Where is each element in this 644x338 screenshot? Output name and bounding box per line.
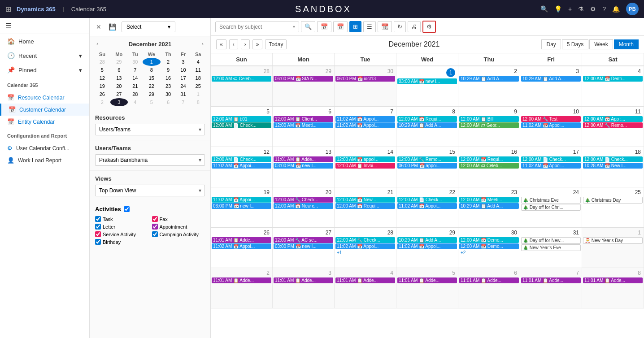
cal-event[interactable]: 03:00 PM 📅 new I...: [212, 203, 271, 209]
cal-cell[interactable]: 210:29 AM 📋 Add A...: [458, 66, 520, 106]
cal-cell[interactable]: 2112:00 AM 📅 New ...12:00 AM 📅 Requi...: [335, 187, 396, 227]
mini-cal-day[interactable]: 30: [128, 58, 143, 66]
sidebar-item-userconfig[interactable]: ⚙ User Calendar Confi...: [0, 142, 89, 154]
cal-cell[interactable]: 411:01 AM 📋 Adde...: [335, 268, 396, 308]
cal-event[interactable]: 11:02 AM 📅 Appoi...: [397, 243, 457, 249]
cal-event[interactable]: 11:02 AM 📅 Appoi...: [335, 122, 395, 128]
activity-checkbox-task[interactable]: [95, 216, 101, 222]
mini-cal-day[interactable]: 29: [143, 90, 161, 98]
mini-cal-day[interactable]: 24: [176, 82, 190, 90]
cal-event[interactable]: 12:00 AM 📅 New ...: [335, 197, 395, 203]
cal-event[interactable]: 🎄 Day off for Chri...: [521, 204, 581, 211]
cal-cell[interactable]: 711:02 AM 📅 Appoi...11:02 AM 📅 Appoi...: [335, 107, 396, 147]
add-icon[interactable]: +: [568, 5, 572, 13]
mini-cal-day[interactable]: 3: [110, 98, 128, 106]
activity-checkbox-appointment[interactable]: [152, 224, 158, 230]
cal-event[interactable]: 03:00 PM 📅 new I...: [274, 243, 333, 249]
cal-event[interactable]: 11:01 AM 📋 Adde...: [274, 156, 333, 162]
cal-event[interactable]: 12:00 AM 📅 App :...: [583, 116, 643, 122]
mini-cal-day[interactable]: 21: [128, 82, 143, 90]
cal-event[interactable]: 12:00 AM 📅 New c...: [274, 203, 333, 209]
cal-view-btn-month[interactable]: Month: [614, 39, 639, 49]
cal-event[interactable]: 06:00 PM 📅 SIA N...: [274, 76, 333, 82]
cal-event[interactable]: 10:29 AM 📋 Add A...: [397, 237, 457, 243]
mini-cal-day[interactable]: 15: [143, 74, 161, 82]
cal-event[interactable]: 03:00 PM 📅 new I...: [274, 163, 333, 169]
mini-cal-day[interactable]: 6: [161, 98, 176, 106]
app-title[interactable]: Dynamics 365: [17, 6, 56, 13]
mini-cal-day[interactable]: 5: [94, 66, 110, 74]
cal-event[interactable]: 🎅 New Year's Day: [583, 237, 643, 244]
lightbulb-icon[interactable]: 💡: [554, 5, 562, 13]
mini-cal-day[interactable]: 16: [161, 74, 176, 82]
cal-event[interactable]: 11:01 AM 📋 Adde...: [274, 277, 333, 283]
cal-event[interactable]: 12:00 AM 🔧 Test: [521, 116, 581, 122]
refresh-btn[interactable]: ↻: [394, 21, 406, 32]
cal-cell[interactable]: 1512:00 AM 🔧 Remo...06:00 PM 📅 appoi...: [396, 147, 458, 187]
cal-event[interactable]: 12:00 AM 📅 Demo...: [459, 243, 519, 249]
cal-event[interactable]: 12:00 AM 📋 Bill: [459, 116, 519, 122]
cal-cell[interactable]: 311:01 AM 📋 Adde...: [273, 268, 335, 308]
cal-cell[interactable]: 1112:00 AM 📅 App :...12:00 AM 🔧 Remo...: [582, 107, 644, 147]
cal-cell[interactable]: 912:00 AM 📋 Bill12:00 AM 🏷 Geor...: [458, 107, 520, 147]
cal-event[interactable]: 11:02 AM 📅 Appoi...: [335, 243, 395, 249]
cal-cell[interactable]: 811:01 AM 📋 Adde...: [582, 268, 644, 308]
cal-cell[interactable]: 1712:00 AM 📄 Check...11:02 AM 📅 Appoi...: [520, 147, 582, 187]
cal-view-btn-day[interactable]: Day: [541, 39, 561, 49]
cal-cell[interactable]: 103:00 AM 📅 new I...: [396, 66, 458, 106]
cal-event[interactable]: 11:01 AM 📋 Adde...: [583, 277, 643, 283]
mini-cal-day[interactable]: 3: [176, 58, 190, 66]
mini-cal-day[interactable]: 30: [161, 90, 176, 98]
cal-event[interactable]: 11:01 AM 📋 Adde...: [459, 277, 519, 283]
cal-event[interactable]: 10:29 AM 📋 Add A...: [459, 76, 519, 82]
cal-cell[interactable]: 2812:00 AM 🔧 Check...11:02 AM 📅 Appoi...…: [335, 228, 396, 268]
cal-cell[interactable]: 711:01 AM 📋 Adde...: [520, 268, 582, 308]
cal-cell[interactable]: 3006:00 PM 📅 ioct13: [335, 66, 396, 106]
nav-last[interactable]: »: [252, 39, 263, 49]
cal-cell[interactable]: 3012:00 AM 📅 Demo...12:00 AM 📅 Demo...+2: [458, 228, 520, 268]
cal-event[interactable]: 06:00 PM 📅 ioct13: [335, 76, 395, 82]
mini-cal-day[interactable]: 6: [110, 66, 128, 74]
mini-cal-next[interactable]: ›: [200, 40, 206, 48]
cal-cell[interactable]: 812:00 AM 📅 Requi...10:29 AM 📋 Add A...: [396, 107, 458, 147]
settings-btn[interactable]: ⚙: [422, 21, 436, 33]
cal-view-btn-5-days[interactable]: 5 Days: [562, 39, 588, 49]
cal-cell[interactable]: 2812:00 AM 🏷 Celeb...: [211, 66, 273, 106]
mini-cal-day[interactable]: 22: [143, 82, 161, 90]
cal-event[interactable]: 12:00 AM 📄 Check...: [521, 156, 581, 162]
nav-next[interactable]: ›: [241, 39, 250, 49]
select-dropdown[interactable]: Select ▾: [122, 22, 175, 32]
save-button[interactable]: 💾: [107, 22, 118, 32]
cal-cell[interactable]: 2906:00 PM 📅 SIA N...: [273, 66, 335, 106]
cal-event[interactable]: 12:00 AM 🔧 Remo...: [397, 156, 457, 162]
cal-cell[interactable]: 211:01 AM 📋 Adde...: [211, 268, 273, 308]
sidebar-item-recent[interactable]: 🕐 Recent ▾: [0, 48, 89, 63]
cal-cell[interactable]: 2012:00 AM 🔧 Check...12:00 AM 📅 New c...: [273, 187, 335, 227]
mini-cal-day[interactable]: 14: [128, 74, 143, 82]
cal-event[interactable]: 11:02 AM 📅 Appoi...: [397, 203, 457, 209]
cal-event[interactable]: 12:00 AM 📅 Requi...: [335, 203, 395, 209]
activity-checkbox-letter[interactable]: [95, 224, 101, 230]
search-input[interactable]: [219, 24, 291, 30]
sidebar-item-home[interactable]: 🏠 Home: [0, 34, 89, 48]
mini-cal-day[interactable]: 4: [190, 58, 206, 66]
cal-event[interactable]: 11:02 AM 📅 Appoi...: [335, 116, 395, 122]
usersteams-select[interactable]: Prakash Bambhania: [95, 154, 205, 166]
cal-event[interactable]: 11:01 AM 📋 Adde...: [521, 277, 581, 283]
cal-more[interactable]: +1: [335, 250, 395, 256]
cal-event[interactable]: 12:00 AM 🔧 Check...: [335, 237, 395, 243]
cal-event[interactable]: 12:00 AM 📅 Denti...: [583, 76, 643, 82]
cal-cell[interactable]: 1911:02 AM 📅 Appoi...03:00 PM 📅 new I...: [211, 187, 273, 227]
cal-event[interactable]: 12:00 AM 📄 Check...: [583, 156, 643, 162]
nav-prev[interactable]: ‹: [229, 39, 238, 49]
search-button[interactable]: 🔍: [301, 21, 315, 32]
cal-cell[interactable]: 2212:00 AM 📄 Check...11:02 AM 📅 Appoi...: [396, 187, 458, 227]
list-view-btn[interactable]: ☰: [363, 21, 376, 32]
mini-cal-day[interactable]: 8: [190, 98, 206, 106]
cal-event[interactable]: 11:02 AM 📅 Appoi...: [212, 163, 271, 169]
print-btn[interactable]: 🖨: [408, 21, 421, 32]
cal-cell[interactable]: 1311:01 AM 📋 Adde...03:00 PM 📅 new I...: [273, 147, 335, 187]
mini-cal-day[interactable]: 4: [128, 98, 143, 106]
cal-cell[interactable]: 24🎄 Christmas Eve🎄 Day off for Chri...: [520, 187, 582, 227]
cal-event[interactable]: 10:29 AM 📋 Add A...: [521, 76, 581, 82]
